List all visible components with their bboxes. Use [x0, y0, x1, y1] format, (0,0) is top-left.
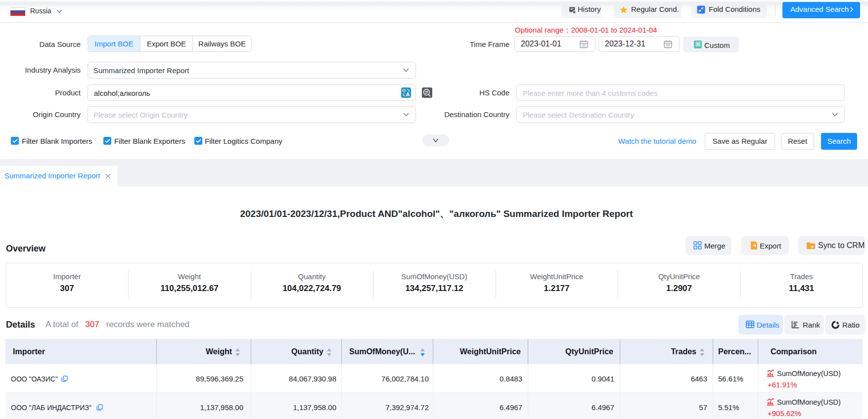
svg-text:A: A [406, 91, 410, 97]
